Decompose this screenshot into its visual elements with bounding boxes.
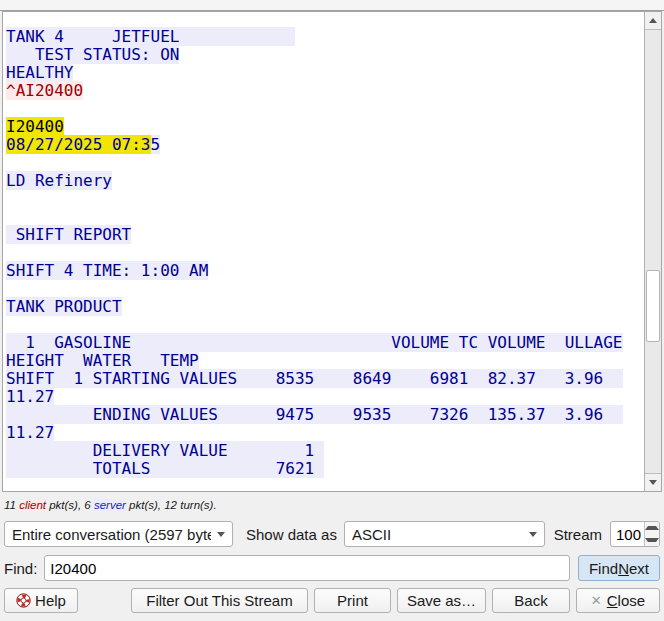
status-segment: server [94, 499, 126, 511]
data-format-value: ASCII [352, 526, 523, 543]
stream-span: ^AI20400 [6, 81, 83, 100]
spinner-up-button[interactable] [645, 522, 659, 534]
help-button[interactable]: Help [4, 588, 78, 613]
print-label: Print [337, 592, 368, 609]
stream-span: 11.27 [6, 387, 54, 406]
stream-label: Stream [554, 526, 602, 543]
stream-number-value: 100 [611, 522, 644, 546]
filter-out-label: Filter Out This Stream [146, 592, 292, 609]
find-input[interactable] [44, 555, 570, 581]
help-label: Help [35, 592, 66, 609]
spinner-up-icon [645, 526, 659, 530]
find-label: Find: [4, 560, 37, 577]
scrollbar-thumb[interactable] [646, 270, 660, 342]
help-lifebuoy-icon [16, 593, 31, 608]
stream-span: SHIFT 1 STARTING VALUES 8535 8649 6981 8… [6, 369, 623, 388]
chevron-down-icon [217, 532, 225, 537]
back-button[interactable]: Back [492, 588, 570, 613]
stream-content-frame: TANK 4 JETFUEL TEST STATUS: ON HEALTHY ^… [2, 11, 662, 492]
dialog-buttons-row: Help Filter Out This Stream Print Save a… [4, 588, 660, 613]
status-segment: pkt(s), 12 turn(s). [126, 499, 217, 511]
stream-span: 5 [151, 135, 161, 154]
stream-span: LD Refinery [6, 171, 112, 190]
stream-text[interactable]: TANK 4 JETFUEL TEST STATUS: ON HEALTHY ^… [3, 12, 661, 491]
back-label: Back [514, 592, 547, 609]
stream-span: 11.27 [6, 423, 54, 442]
find-next-label: Find [589, 560, 618, 577]
scrollbar-up-button[interactable] [645, 12, 661, 30]
close-mnemonic: C [607, 592, 618, 609]
close-button[interactable]: ✕ Close [576, 588, 660, 613]
save-as-button[interactable]: Save as… [397, 588, 486, 613]
stream-span: TOTALS 7621 [6, 459, 324, 478]
stream-span: HEALTHY [6, 63, 73, 82]
conversation-range-combo[interactable]: Entire conversation (2597 bytes) [4, 521, 233, 547]
save-as-label: Save as… [407, 592, 476, 609]
filter-out-stream-button[interactable]: Filter Out This Stream [131, 588, 308, 613]
close-x-icon: ✕ [591, 593, 602, 608]
find-next-mnemonic: N [618, 560, 629, 577]
data-format-combo[interactable]: ASCII [344, 521, 545, 547]
stream-number-spinner[interactable]: 100 [610, 521, 660, 547]
stream-span: 1 GASOLINE VOLUME TC VOLUME ULLAGE [6, 333, 623, 352]
stream-span: DELIVERY VALUE 1 [6, 441, 324, 460]
stream-span: SHIFT 4 TIME: 1:00 AM [6, 261, 208, 280]
scrollbar-down-button[interactable] [645, 473, 661, 491]
stream-span: ENDING VALUES 9475 9535 7326 135.37 3.96 [6, 405, 623, 424]
stream-span: I20400 [6, 117, 64, 136]
chevron-down-icon [529, 532, 537, 537]
follow-stream-dialog: TANK 4 JETFUEL TEST STATUS: ON HEALTHY ^… [0, 0, 664, 621]
conversation-range-value: Entire conversation (2597 bytes) [12, 526, 211, 543]
stream-span: TANK 4 JETFUEL [6, 27, 295, 46]
find-next-button[interactable]: Find Next [578, 555, 660, 581]
find-next-label-rest: ext [629, 560, 649, 577]
print-button[interactable]: Print [314, 588, 391, 613]
vertical-scrollbar[interactable] [644, 12, 661, 491]
find-row: Find: Find Next [4, 555, 660, 581]
top-pane-edge [0, 0, 664, 11]
spinner-down-icon [645, 538, 659, 542]
scroll-up-icon [649, 18, 657, 23]
status-segment: pkt(s), 6 [46, 499, 94, 511]
stream-span: TEST STATUS: ON [6, 45, 179, 64]
stream-span: TANK PRODUCT [6, 297, 122, 316]
stream-span: 08/27/2025 07:3 [6, 135, 151, 154]
status-segment: 11 [4, 499, 19, 511]
scroll-down-icon [649, 480, 657, 485]
stream-span: SHIFT REPORT [6, 225, 131, 244]
display-controls-row: Entire conversation (2597 bytes) Show da… [4, 521, 660, 547]
status-segment: client [19, 499, 46, 511]
close-label-rest: lose [618, 592, 646, 609]
stream-span: HEIGHT WATER TEMP [6, 351, 199, 370]
packet-count-status: 11 client pkt(s), 6 server pkt(s), 12 tu… [4, 499, 217, 514]
spinner-down-button[interactable] [645, 534, 659, 546]
show-data-as-label: Show data as [246, 526, 337, 543]
